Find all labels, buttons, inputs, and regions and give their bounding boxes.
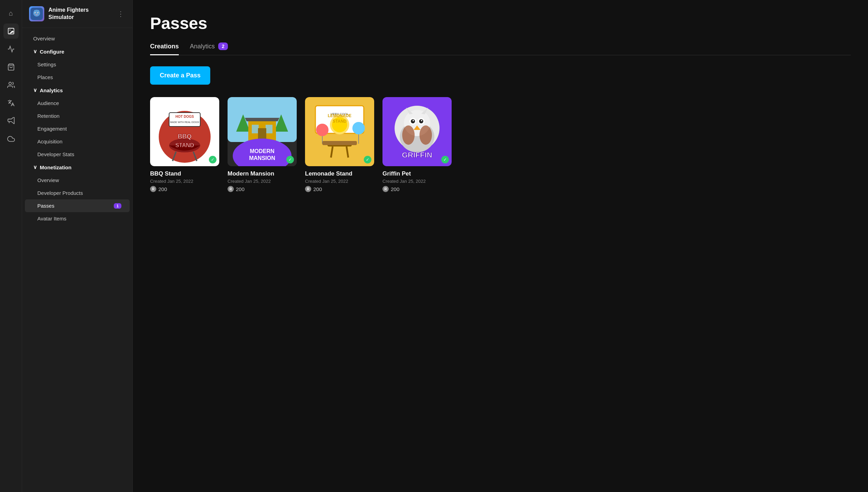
passes-badge: 1 (114, 203, 121, 209)
sidebar-item-developer-products[interactable]: Developer Products (25, 187, 130, 199)
page-title: Passes (150, 14, 851, 33)
svg-point-10 (35, 13, 36, 13)
game-avatar (29, 6, 44, 21)
svg-text:MANSION: MANSION (249, 155, 275, 161)
tab-creations[interactable]: Creations (150, 43, 179, 55)
chevron-icon: ∨ (33, 87, 37, 93)
pass-name-lemonade: Lemonade Stand (305, 170, 374, 177)
sidebar-item-developer-stats[interactable]: Developer Stats (25, 148, 130, 161)
robux-icon-lemonade: R (305, 186, 311, 192)
svg-point-45 (352, 122, 365, 134)
svg-point-58 (419, 119, 423, 123)
pass-enabled-check-griffin: ✓ (441, 156, 449, 163)
sidebar-item-engagement[interactable]: Engagement (25, 122, 130, 135)
pass-date-griffin: Created Jan 25, 2022 (382, 179, 452, 184)
sidebar-item-overview[interactable]: Overview (25, 32, 130, 45)
sidebar-item-retention[interactable]: Retention (25, 110, 130, 122)
svg-point-64 (402, 125, 415, 145)
chevron-icon: ∨ (33, 164, 37, 170)
pass-date-bbq: Created Jan 25, 2022 (150, 179, 219, 184)
pass-date-mansion: Created Jan 25, 2022 (228, 179, 297, 184)
svg-point-59 (413, 120, 414, 121)
translate-icon[interactable] (3, 95, 19, 111)
pass-card-griffin[interactable]: GRIFFIN ✓ Griffin Pet Created Jan 25, 20… (382, 97, 452, 192)
svg-text:MADE WITH REAL DOGS!: MADE WITH REAL DOGS! (170, 121, 200, 123)
sidebar: Anime Fighters Simulator ⋮ Overview ∨ Co… (22, 0, 133, 492)
chart-icon[interactable] (3, 41, 19, 57)
more-options-button[interactable]: ⋮ (116, 8, 126, 19)
svg-text:STAND: STAND (333, 119, 347, 124)
pass-name-mansion: Modern Mansion (228, 170, 297, 177)
svg-text:MODERN: MODERN (250, 148, 274, 154)
pass-card-mansion[interactable]: MODERN MANSION ✓ Modern Mansion Created … (228, 97, 297, 192)
people-icon[interactable] (3, 77, 19, 93)
pass-thumbnail-griffin: GRIFFIN ✓ (382, 97, 452, 166)
pass-card-lemonade[interactable]: VERY COOL LEMONADE STAND (305, 97, 374, 192)
svg-rect-30 (266, 125, 273, 133)
svg-rect-50 (322, 141, 357, 145)
sidebar-item-monetization-overview[interactable]: Overview (25, 174, 130, 187)
sidebar-item-settings[interactable]: Settings (25, 58, 130, 71)
svg-point-65 (419, 125, 432, 145)
analytics-badge: 2 (218, 42, 228, 50)
pass-thumbnail-bbq: HOT DOGS MADE WITH REAL DOGS! BBQ STAND … (150, 97, 219, 166)
pass-price-mansion: R 200 (228, 186, 297, 192)
megaphone-icon[interactable] (3, 113, 19, 129)
svg-point-1 (9, 29, 10, 30)
pass-thumbnail-lemonade: VERY COOL LEMONADE STAND (305, 97, 374, 166)
svg-text:GRIFFIN: GRIFFIN (402, 151, 432, 159)
svg-point-60 (421, 120, 422, 121)
home-icon[interactable]: ⌂ (3, 6, 19, 21)
sidebar-item-audience[interactable]: Audience (25, 97, 130, 110)
pass-name-griffin: Griffin Pet (382, 170, 452, 177)
svg-text:STAND: STAND (175, 142, 194, 148)
pass-name-bbq: BBQ Stand (150, 170, 219, 177)
pass-price-bbq: R 200 (150, 186, 219, 192)
robux-icon-griffin: R (382, 186, 389, 192)
pass-card-bbq[interactable]: HOT DOGS MADE WITH REAL DOGS! BBQ STAND … (150, 97, 219, 192)
robux-icon-mansion: R (228, 186, 234, 192)
tab-analytics[interactable]: Analytics 2 (190, 42, 228, 55)
sidebar-item-places[interactable]: Places (25, 71, 130, 84)
sidebar-header: Anime Fighters Simulator ⋮ (22, 0, 132, 28)
sidebar-section-analytics[interactable]: ∨ Analytics (25, 84, 130, 97)
icon-rail: ⌂ (0, 0, 22, 492)
pass-price-lemonade: R 200 (305, 186, 374, 192)
svg-marker-32 (245, 118, 279, 121)
sidebar-item-acquisition[interactable]: Acquisition (25, 135, 130, 148)
svg-text:BBQ: BBQ (178, 133, 192, 140)
sidebar-section-configure[interactable]: ∨ Configure (25, 45, 130, 58)
sidebar-section-monetization[interactable]: ∨ Monetization (25, 161, 130, 174)
svg-text:LEMONADE: LEMONADE (328, 113, 352, 118)
chevron-icon: ∨ (33, 48, 37, 55)
svg-rect-29 (252, 125, 259, 133)
svg-point-3 (9, 82, 11, 85)
pass-date-lemonade: Created Jan 25, 2022 (305, 179, 374, 184)
tabs-container: Creations Analytics 2 (150, 42, 851, 55)
sidebar-nav: Overview ∨ Configure Settings Places ∨ A… (22, 28, 132, 229)
sidebar-item-passes[interactable]: Passes 1 (25, 199, 130, 212)
svg-point-43 (316, 124, 329, 136)
robux-icon-bbq: R (150, 186, 156, 192)
svg-text:HOT DOGS: HOT DOGS (175, 115, 194, 119)
image-icon[interactable] (3, 23, 19, 39)
main-content: Passes Creations Analytics 2 Create a Pa… (133, 0, 868, 492)
pass-enabled-check-lemonade: ✓ (364, 156, 371, 163)
game-title-label: Anime Fighters Simulator (48, 7, 112, 21)
store-icon[interactable] (3, 59, 19, 75)
create-pass-button[interactable]: Create a Pass (150, 66, 210, 85)
pass-enabled-check-bbq: ✓ (209, 156, 216, 163)
sidebar-item-avatar-items[interactable]: Avatar Items (25, 212, 130, 225)
svg-point-11 (38, 13, 39, 13)
cloud-icon[interactable] (3, 131, 19, 146)
pass-enabled-check-mansion: ✓ (286, 156, 294, 163)
pass-thumbnail-mansion: MODERN MANSION ✓ (228, 97, 297, 166)
pass-grid: HOT DOGS MADE WITH REAL DOGS! BBQ STAND … (150, 97, 851, 192)
svg-point-57 (411, 119, 415, 123)
pass-price-griffin: R 200 (382, 186, 452, 192)
